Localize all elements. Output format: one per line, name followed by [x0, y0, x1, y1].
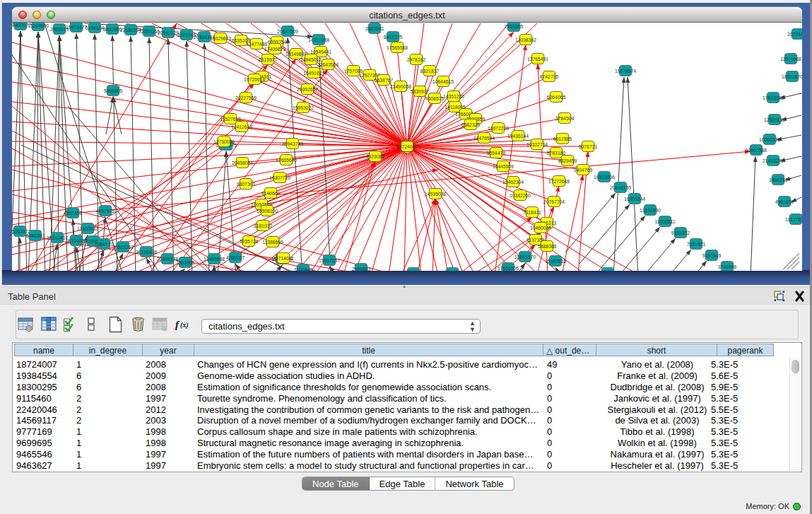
- svg-text:15029873: 15029873: [210, 36, 231, 41]
- svg-text:17656906: 17656906: [498, 266, 519, 271]
- svg-text:4269227: 4269227: [226, 255, 245, 260]
- svg-text:19725914: 19725914: [244, 77, 265, 82]
- svg-text:18724007: 18724007: [396, 144, 418, 149]
- svg-text:14476944: 14476944: [473, 136, 495, 141]
- svg-text:16491923: 16491923: [303, 71, 324, 76]
- svg-text:7031971: 7031971: [687, 242, 706, 247]
- svg-text:19678574: 19678574: [615, 69, 636, 74]
- svg-text:19462304: 19462304: [502, 180, 524, 185]
- svg-text:4961630: 4961630: [775, 199, 794, 204]
- svg-text:2999883: 2999883: [352, 267, 371, 271]
- svg-text:16072228: 16072228: [488, 126, 509, 131]
- svg-text:9335812: 9335812: [671, 230, 690, 235]
- svg-text:4952451: 4952451: [64, 211, 83, 216]
- svg-text:5468605: 5468605: [104, 88, 123, 93]
- svg-text:21499058: 21499058: [390, 84, 411, 89]
- svg-text:14310388: 14310388: [308, 37, 329, 42]
- svg-text:14935038: 14935038: [425, 192, 446, 197]
- svg-text:13765491: 13765491: [527, 57, 548, 62]
- svg-text:3181037: 3181037: [254, 223, 273, 228]
- svg-text:18177615: 18177615: [785, 217, 802, 222]
- svg-text:11388699: 11388699: [262, 240, 283, 245]
- svg-text:16908100: 16908100: [257, 209, 278, 214]
- svg-text:20274461: 20274461: [787, 32, 802, 37]
- svg-text:12750036: 12750036: [213, 139, 235, 144]
- svg-text:8418275: 8418275: [384, 35, 403, 40]
- svg-text:6638767: 6638767: [375, 78, 394, 83]
- svg-text:16307710: 16307710: [269, 175, 290, 180]
- svg-text:2663941: 2663941: [365, 26, 384, 31]
- svg-text:3784504: 3784504: [555, 116, 575, 121]
- svg-text:(x): (x): [180, 321, 189, 329]
- svg-text:12927396: 12927396: [359, 73, 380, 78]
- svg-text:10644615: 10644615: [433, 79, 454, 84]
- svg-text:8742735: 8742735: [540, 74, 559, 79]
- svg-text:2315577: 2315577: [259, 57, 278, 62]
- svg-text:15244500: 15244500: [28, 23, 49, 28]
- svg-text:f: f: [175, 319, 180, 330]
- svg-text:2978182: 2978182: [407, 57, 426, 62]
- svg-text:12477488: 12477488: [246, 42, 267, 47]
- svg-text:5594478: 5594478: [487, 151, 506, 156]
- svg-text:11350932: 11350932: [77, 226, 98, 231]
- svg-text:5339937: 5339937: [411, 89, 430, 94]
- svg-text:3035728: 3035728: [240, 239, 259, 244]
- svg-text:19973477: 19973477: [66, 25, 87, 30]
- svg-text:19937057: 19937057: [319, 258, 340, 263]
- svg-text:20392657: 20392657: [297, 87, 318, 92]
- svg-text:13132690: 13132690: [640, 208, 661, 213]
- svg-text:20648195: 20648195: [610, 185, 631, 190]
- svg-text:11527619: 11527619: [220, 117, 241, 122]
- svg-text:7118411: 7118411: [523, 210, 541, 215]
- svg-text:21433273: 21433273: [763, 158, 784, 163]
- svg-text:17665640: 17665640: [276, 158, 297, 163]
- svg-text:7064171: 7064171: [95, 242, 114, 247]
- svg-text:8783180: 8783180: [547, 151, 566, 156]
- svg-text:3307301: 3307301: [237, 182, 256, 187]
- svg-text:1404769: 1404769: [574, 168, 593, 173]
- svg-text:17406879: 17406879: [264, 47, 286, 52]
- svg-text:20562129: 20562129: [158, 30, 179, 35]
- svg-text:4140560: 4140560: [261, 191, 281, 196]
- svg-text:15445909: 15445909: [493, 164, 514, 169]
- svg-text:20166438: 20166438: [136, 250, 157, 255]
- svg-text:4929082: 4929082: [366, 154, 385, 159]
- svg-text:3106848: 3106848: [294, 267, 313, 271]
- svg-text:13495588: 13495588: [204, 257, 225, 262]
- svg-text:20227559: 20227559: [235, 95, 257, 100]
- svg-text:6064065: 6064065: [547, 95, 566, 100]
- svg-text:3456213: 3456213: [769, 177, 788, 182]
- svg-text:12643564: 12643564: [317, 62, 339, 67]
- svg-text:20767704: 20767704: [543, 199, 565, 204]
- svg-text:10460025: 10460025: [530, 226, 551, 230]
- svg-text:20647509: 20647509: [277, 29, 298, 34]
- svg-text:20515263: 20515263: [112, 245, 134, 250]
- svg-text:5840397: 5840397: [26, 233, 45, 238]
- svg-text:6582326: 6582326: [461, 122, 481, 127]
- svg-text:12525131: 12525131: [764, 117, 785, 122]
- svg-text:12412612: 12412612: [231, 124, 252, 129]
- svg-text:22053165: 22053165: [139, 29, 160, 34]
- svg-text:6076731: 6076731: [579, 144, 598, 149]
- svg-text:7910827: 7910827: [443, 271, 462, 271]
- svg-text:6912885: 6912885: [553, 136, 572, 141]
- svg-text:18622670: 18622670: [782, 74, 802, 79]
- svg-text:5888088: 5888088: [538, 244, 557, 249]
- svg-text:4457975: 4457975: [96, 209, 115, 214]
- svg-text:13038362: 13038362: [515, 37, 536, 42]
- svg-text:7303905: 7303905: [176, 260, 195, 265]
- svg-text:15347616: 15347616: [545, 259, 566, 264]
- svg-text:19436144: 19436144: [507, 134, 529, 139]
- svg-text:16623006: 16623006: [594, 175, 615, 180]
- svg-text:15953222: 15953222: [293, 105, 314, 110]
- svg-text:8829459: 8829459: [558, 158, 577, 163]
- svg-text:10549441: 10549441: [310, 49, 331, 54]
- svg-text:16206344: 16206344: [624, 197, 645, 201]
- svg-text:22438378: 22438378: [157, 257, 178, 262]
- svg-text:13945012: 13945012: [300, 57, 322, 62]
- svg-text:9190519: 9190519: [702, 253, 722, 258]
- svg-text:17565588: 17565588: [387, 45, 408, 50]
- svg-text:21770515: 21770515: [403, 271, 424, 271]
- svg-text:9308575: 9308575: [425, 96, 445, 101]
- svg-text:10322734: 10322734: [526, 142, 548, 147]
